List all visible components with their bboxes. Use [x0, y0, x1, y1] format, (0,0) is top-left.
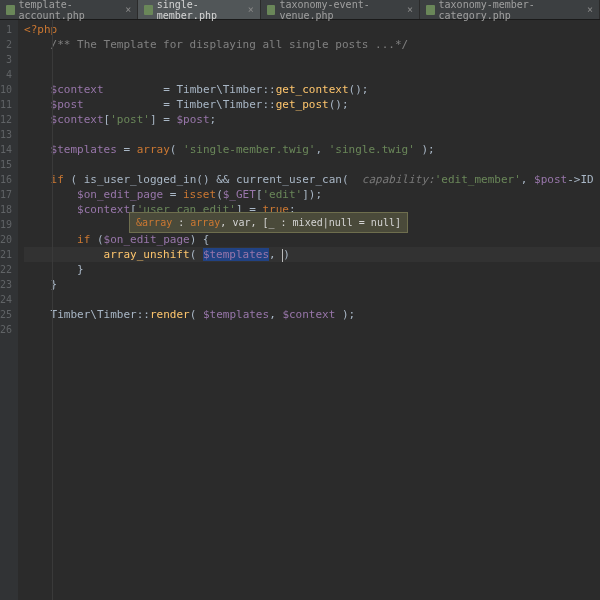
param-hint: capability:: [362, 173, 435, 186]
close-icon[interactable]: ×: [587, 4, 593, 15]
line-number: 20: [0, 232, 12, 247]
line-number: 25: [0, 307, 12, 322]
indent-guide: [52, 20, 53, 600]
comment: /**: [24, 38, 77, 51]
php-icon: [267, 5, 276, 15]
tab-taxonomy-member-category[interactable]: taxonomy-member-category.php×: [420, 0, 600, 19]
tab-label: template-account.php: [19, 0, 122, 21]
editor: 1 2 3 4 10 11 12 13 14 15 16 17 18 19 20…: [0, 20, 600, 600]
line-number: 23: [0, 277, 12, 292]
line-number: 17: [0, 187, 12, 202]
line-number: 21: [0, 247, 12, 262]
php-icon: [6, 5, 15, 15]
tab-single-member[interactable]: single-member.php×: [138, 0, 261, 19]
line-number: 19: [0, 217, 12, 232]
line-number: 14: [0, 142, 12, 157]
line-number: 15: [0, 157, 12, 172]
line-number: 2: [0, 37, 12, 52]
line-number: 1: [0, 22, 12, 37]
php-icon: [426, 5, 435, 15]
line-number: 10: [0, 82, 12, 97]
code-area[interactable]: <?php /** The Template for displaying al…: [18, 20, 600, 600]
line-number: 11: [0, 97, 12, 112]
line-gutter: 1 2 3 4 10 11 12 13 14 15 16 17 18 19 20…: [0, 20, 18, 600]
line-number: 12: [0, 112, 12, 127]
php-icon: [144, 5, 153, 15]
close-icon[interactable]: ×: [248, 4, 254, 15]
line-number: 16: [0, 172, 12, 187]
line-number: 3: [0, 52, 12, 67]
line-number: 22: [0, 262, 12, 277]
close-icon[interactable]: ×: [407, 4, 413, 15]
line-number: 26: [0, 322, 12, 337]
line-number: 18: [0, 202, 12, 217]
tab-label: taxonomy-event-venue.php: [279, 0, 403, 21]
line-number: 13: [0, 127, 12, 142]
tab-label: single-member.php: [157, 0, 244, 21]
close-icon[interactable]: ×: [125, 4, 131, 15]
tab-bar: template-account.php× single-member.php×…: [0, 0, 600, 20]
tab-template-account[interactable]: template-account.php×: [0, 0, 138, 19]
tab-label: taxonomy-member-category.php: [439, 0, 583, 21]
tab-taxonomy-event-venue[interactable]: taxonomy-event-venue.php×: [261, 0, 420, 19]
parameter-info-tooltip: &array : array, var, [_ : mixed|null = n…: [129, 212, 408, 233]
current-line: array_unshift( $templates, ): [24, 247, 600, 262]
line-number: 4: [0, 67, 12, 82]
line-number: 24: [0, 292, 12, 307]
